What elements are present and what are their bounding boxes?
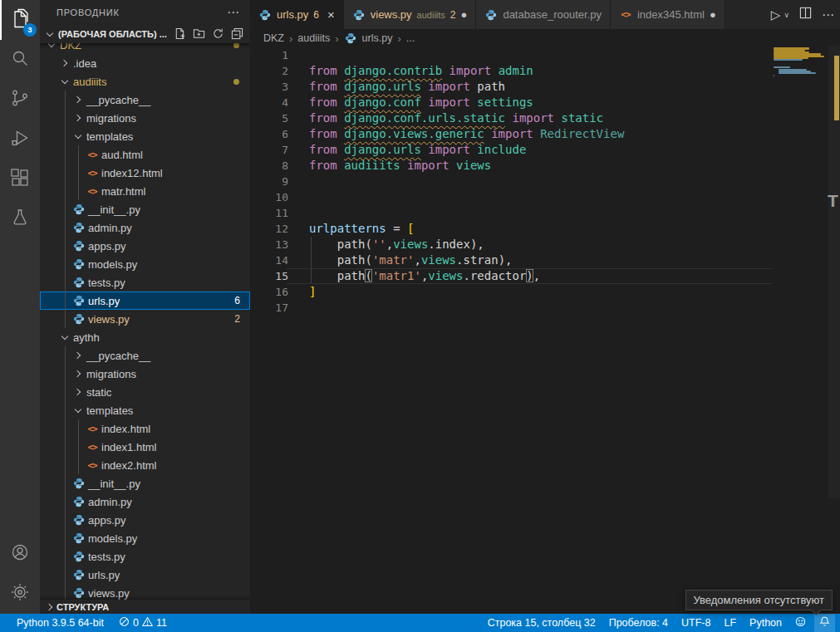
dirty-dot-icon[interactable]: ● [710, 8, 716, 21]
code-editor[interactable]: 12from django.contrib import admin3from … [250, 47, 764, 614]
tree-item-models-py[interactable]: models.py [40, 529, 250, 547]
code-line[interactable]: 11 [250, 205, 764, 221]
activity-testing[interactable] [0, 199, 40, 239]
python-file-icon [71, 477, 86, 490]
refresh-icon[interactable] [212, 27, 224, 42]
tree-item-urls-py[interactable]: urls.py [40, 566, 250, 584]
close-icon[interactable]: × [327, 7, 335, 22]
activity-search[interactable] [0, 40, 40, 80]
tree-item-static[interactable]: static [40, 383, 250, 401]
chevron-down-icon [58, 331, 71, 344]
run-dropdown-icon[interactable]: ∨ [784, 11, 789, 19]
outline-section-header[interactable]: СТРУКТУРА [40, 600, 250, 614]
tree-item-pycache[interactable]: __pycache__ [40, 346, 250, 365]
indentation-label: Пробелов: 4 [609, 617, 668, 629]
tree-item-label: apps.py [88, 514, 126, 527]
tab-urls-py[interactable]: urls.py 6 × [250, 0, 344, 29]
tree-item-views-py[interactable]: views.py2 [40, 310, 250, 328]
breadcrumb-item[interactable]: ... [406, 32, 415, 44]
language-mode-status[interactable]: Python [744, 614, 787, 632]
code-line[interactable]: 2from django.contrib import admin [250, 63, 764, 79]
run-python-file-icon[interactable]: ▷ [771, 7, 781, 22]
tree-item-migrations[interactable]: migrations [40, 109, 250, 127]
tree-item-index2-html[interactable]: <>index2.html [40, 456, 250, 474]
tree-item-aud-html[interactable]: <>aud.html [40, 145, 250, 164]
tree-item-label: index2.html [101, 459, 156, 472]
tree-item-init-py[interactable]: __init__.py [40, 200, 250, 218]
tree-item-apps-py[interactable]: apps.py [40, 237, 250, 255]
activity-explorer[interactable]: 3 [0, 0, 40, 40]
tree-item-audiiits[interactable]: audiiits [40, 72, 250, 91]
breadcrumb-item[interactable]: DKZ [263, 32, 284, 44]
code-line[interactable]: 12urlpatterns = [ [250, 221, 764, 237]
tree-item-views-py[interactable]: views.py [40, 584, 250, 600]
tree-item-admin-py[interactable]: admin.py [40, 492, 250, 511]
tab-index345-html[interactable]: <> index345.html ● [611, 0, 725, 29]
breadcrumb-item[interactable]: urls.py [362, 32, 393, 44]
explorer-more-actions-icon[interactable]: ⋯ [227, 5, 240, 20]
breadcrumb-item[interactable]: audiiits [297, 32, 330, 44]
tree-item-apps-py[interactable]: apps.py [40, 511, 250, 529]
minimap[interactable] [772, 46, 828, 104]
code-line[interactable]: 7from django.urls import include [250, 142, 764, 158]
split-editor-icon[interactable] [799, 7, 812, 22]
line-number: 5 [250, 110, 288, 126]
code-line[interactable]: 5from django.conf.urls.static import sta… [250, 110, 764, 126]
tree-item-aythh[interactable]: aythh [40, 328, 250, 346]
tree-item-migrations[interactable]: migrations [40, 365, 250, 383]
code-line[interactable]: 17 [250, 300, 764, 316]
tree-item-index12-html[interactable]: <>index12.html [40, 164, 250, 182]
activity-run-debug[interactable] [0, 120, 40, 159]
tree-item-init-py[interactable]: __init__.py [40, 474, 250, 492]
encoding-status[interactable]: UTF-8 [676, 614, 715, 632]
tree-item-tests-py[interactable]: tests.py [40, 547, 250, 566]
activity-account[interactable] [0, 534, 40, 574]
activity-extensions[interactable] [0, 159, 40, 199]
code-line[interactable]: 1 [250, 47, 764, 63]
workspace-section-header[interactable]: (РАБОЧАЯ ОБЛАСТЬ) ... [40, 25, 250, 43]
python-interpreter-status[interactable]: Python 3.9.5 64-bit [12, 614, 109, 632]
cursor-position-status[interactable]: Строка 15, столбец 32 [483, 614, 601, 632]
tree-item-pycache[interactable]: __pycache__ [40, 91, 250, 109]
tree-item-matr-html[interactable]: <>matr.html [40, 182, 250, 200]
problems-status[interactable]: 0 11 [114, 614, 172, 632]
code-line[interactable]: 9 [250, 174, 764, 189]
tab-views-py[interactable]: views.py audiiits 2 ● [344, 0, 477, 29]
tree-item-label: aud.html [101, 149, 143, 161]
line-number: 17 [250, 300, 288, 316]
feedback-status[interactable] [790, 614, 811, 632]
tree-item-index-html[interactable]: <>index.html [40, 419, 250, 438]
tree-item-admin-py[interactable]: admin.py [40, 218, 250, 237]
code-line[interactable]: 10 [250, 189, 764, 205]
tree-item-templates[interactable]: templates [40, 401, 250, 419]
eol-status[interactable]: LF [719, 614, 741, 632]
code-line[interactable]: 14 path('matr',views.stran), [250, 252, 764, 268]
code-line[interactable]: 6from django.views.generic import Redire… [250, 126, 764, 142]
tree-item-dkz[interactable]: DKZ [40, 43, 250, 54]
tree-item-idea[interactable]: .idea [40, 54, 250, 72]
indentation-status[interactable]: Пробелов: 4 [604, 614, 673, 632]
tree-item-urls-py[interactable]: urls.py6 [40, 292, 250, 310]
collapse-all-icon[interactable] [231, 27, 243, 42]
code-line[interactable]: 13 path('',views.index), [250, 237, 764, 252]
new-file-icon[interactable] [174, 27, 186, 42]
tree-item-templates[interactable]: templates [40, 127, 250, 145]
code-line[interactable]: 15 path('matr1',views.redactor), [250, 268, 764, 284]
explorer-actions [174, 27, 243, 42]
new-folder-icon[interactable] [193, 27, 205, 42]
chevron-right-icon [71, 93, 85, 106]
editor-scrollbar[interactable] [828, 29, 840, 614]
tree-item-index1-html[interactable]: <>index1.html [40, 438, 250, 456]
notifications-bell[interactable] [814, 614, 835, 632]
tree-item-models-py[interactable]: models.py [40, 255, 250, 273]
activity-source-control[interactable] [0, 80, 40, 120]
code-line[interactable]: 4from django.conf import settings [250, 95, 764, 110]
code-line[interactable]: 16] [250, 284, 764, 300]
tab-database-roouter-py[interactable]: database_roouter.py [476, 0, 611, 29]
more-actions-icon[interactable]: ⋯ [822, 7, 835, 22]
activity-settings[interactable] [0, 574, 40, 614]
tree-item-tests-py[interactable]: tests.py [40, 273, 250, 292]
dirty-dot-icon[interactable]: ● [461, 8, 468, 21]
code-line[interactable]: 8from audiiits import views [250, 158, 764, 174]
code-line[interactable]: 3from django.urls import path [250, 79, 764, 95]
